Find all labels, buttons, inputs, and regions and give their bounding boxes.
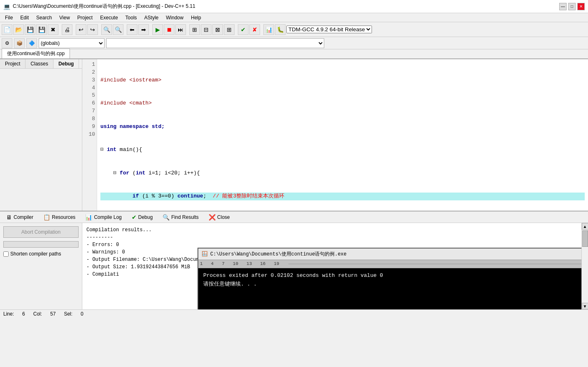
status-col-value: 57 <box>50 311 56 317</box>
tab-compile-log[interactable]: 📊 Compile Log <box>81 212 126 222</box>
menu-window[interactable]: Window <box>163 14 187 21</box>
line-num-4: 4 <box>84 84 95 92</box>
open-button[interactable]: 📂 <box>13 24 24 35</box>
scroll-thumb[interactable] <box>582 230 588 247</box>
title-bar-left: 💻 C:\Users\Wang\Documents\使用continue语句的例… <box>3 3 195 10</box>
abort-compilation-button[interactable]: Abort Compilation <box>3 226 79 238</box>
toolbar2: ⚙ 📦 🔷 (globals) <box>0 37 588 49</box>
editor-tab-0[interactable]: 使用continue语句的例.cpp <box>2 49 70 58</box>
right-scrollbar[interactable]: ▲ ▼ <box>581 223 588 309</box>
tab-classes[interactable]: Classes <box>26 59 53 68</box>
bottom-left: Abort Compilation Shorten compiler paths <box>0 223 82 309</box>
step-button[interactable]: ⏭ <box>175 24 186 35</box>
left-panel: Project Classes Debug <box>0 59 82 211</box>
title-bar-title: C:\Users\Wang\Documents\使用continue语句的例.c… <box>13 3 195 10</box>
menu-search[interactable]: Search <box>33 14 55 21</box>
scroll-down-arrow[interactable]: ▼ <box>582 303 588 309</box>
menu-view[interactable]: View <box>56 14 73 21</box>
exec-titlebar-title: 🪟 C:\Users\Wang\Documents\使用continue语句的例… <box>202 251 346 258</box>
compile-result-line-0: Compilation results... <box>86 226 577 234</box>
profile-button[interactable]: 📊 <box>263 24 274 35</box>
error-button[interactable]: ✘ <box>249 24 260 35</box>
compile-log-content: Compilation results... --------- - Error… <box>82 223 581 309</box>
save-button[interactable]: 💾 <box>25 24 35 35</box>
code-editor[interactable]: #include <iostream> #include <cmath> usi… <box>97 59 588 211</box>
shorten-paths-checkbox[interactable] <box>3 251 9 257</box>
ruler-mark-1: 1 <box>200 260 203 267</box>
check-button[interactable]: ✔ <box>238 24 249 35</box>
unindent-button[interactable]: ➡ <box>138 24 149 35</box>
menu-project[interactable]: Project <box>74 14 96 21</box>
close-file-button[interactable]: ✖ <box>48 24 58 35</box>
main-area: Project Classes Debug 1 2 3 4 5 6 7 8 9 … <box>0 59 588 211</box>
status-line-value: 6 <box>22 311 25 317</box>
menu-execute[interactable]: Execute <box>97 14 121 21</box>
code-line-4: ⊟ int main(){ <box>100 146 585 154</box>
compiler-select[interactable]: TDM-GCC 4.9.2 64-bit Release <box>286 26 372 33</box>
menu-help[interactable]: Help <box>188 14 205 21</box>
undo-button[interactable]: ↩ <box>76 24 86 35</box>
scope-select-1[interactable]: (globals) <box>39 38 105 48</box>
shorten-paths-checkbox-container[interactable]: Shorten compiler paths <box>3 251 79 257</box>
progress-bar <box>3 241 79 248</box>
line-num-3: 3 <box>84 77 95 84</box>
scope-icon2[interactable]: 📦 <box>14 38 25 48</box>
tab-debug-bottom[interactable]: ✔ Debug <box>127 212 157 222</box>
ruler-mark-7: 7 <box>222 260 225 267</box>
find-results-tab-icon: 🔍 <box>163 214 170 221</box>
line-numbers: 1 2 3 4 5 6 7 8 9 10 <box>82 59 97 211</box>
new-button[interactable]: 📄 <box>2 24 12 35</box>
ruler-mark-16: 16 <box>260 260 265 267</box>
layout2[interactable]: ⊟ <box>201 24 211 35</box>
tab-project[interactable]: Project <box>0 59 26 68</box>
debug-tab-icon: ✔ <box>132 214 137 221</box>
title-bar-controls[interactable]: — □ ✕ <box>559 3 585 10</box>
minimize-button[interactable]: — <box>559 3 567 10</box>
tab-close[interactable]: ❌ Close <box>204 212 235 222</box>
stop-button[interactable]: ⏹ <box>164 24 174 35</box>
line-num-9: 9 <box>84 123 95 131</box>
resources-tab-icon: 📋 <box>43 214 50 221</box>
toggle-layout[interactable]: ⊞ <box>189 24 200 35</box>
code-line-5: ⊟ for (int i=1; i<20; i++){ <box>100 170 585 177</box>
scroll-up-arrow[interactable]: ▲ <box>582 223 588 230</box>
print-button[interactable]: 🖨 <box>62 24 72 35</box>
close-button[interactable]: ✕ <box>577 3 585 10</box>
compile-result-line-1: --------- <box>86 234 577 241</box>
scope-icon1[interactable]: ⚙ <box>2 38 12 48</box>
title-bar: 💻 C:\Users\Wang\Documents\使用continue语句的例… <box>0 0 588 13</box>
replace-button[interactable]: 🔍 <box>113 24 123 35</box>
compiler-tab-icon: 🖥 <box>6 214 12 221</box>
line-num-8: 8 <box>84 115 95 123</box>
indent-button[interactable]: ⬅ <box>127 24 137 35</box>
debug-tab-label: Debug <box>138 214 153 220</box>
redo-button[interactable]: ↪ <box>87 24 98 35</box>
ruler-mark-4: 4 <box>211 260 214 267</box>
code-line-1: #include <iostream> <box>100 77 585 84</box>
tab-resources[interactable]: 📋 Resources <box>39 212 80 222</box>
exec-ruler: 1 4 7 10 13 16 19 <box>198 260 581 268</box>
tab-find-results[interactable]: 🔍 Find Results <box>158 212 203 222</box>
maximize-button[interactable]: □ <box>568 3 576 10</box>
run-button[interactable]: ▶ <box>152 24 163 35</box>
save-all-button[interactable]: 💾 <box>36 24 47 35</box>
app-icon: 💻 <box>3 3 10 10</box>
menu-tools[interactable]: Tools <box>122 14 140 21</box>
line-num-7: 7 <box>84 107 95 115</box>
scope-icon3[interactable]: 🔷 <box>26 38 37 48</box>
layout3[interactable]: ⊠ <box>212 24 223 35</box>
tab-compiler[interactable]: 🖥 Compiler <box>2 212 38 222</box>
layout4[interactable]: ⊞ <box>224 24 235 35</box>
status-col-label: Col: <box>33 311 42 317</box>
line-num-10: 10 <box>84 131 95 139</box>
menu-file[interactable]: File <box>2 14 16 21</box>
resources-tab-label: Resources <box>52 214 75 220</box>
close-tab-icon: ❌ <box>209 214 216 221</box>
menu-astyle[interactable]: AStyle <box>141 14 162 21</box>
find-button[interactable]: 🔍 <box>101 24 112 35</box>
scope-select-2[interactable] <box>106 38 324 48</box>
menu-edit[interactable]: Edit <box>17 14 32 21</box>
status-line-label: Line: <box>3 311 14 317</box>
debug2-button[interactable]: 🐛 <box>275 24 286 35</box>
tab-debug[interactable]: Debug <box>53 59 79 68</box>
